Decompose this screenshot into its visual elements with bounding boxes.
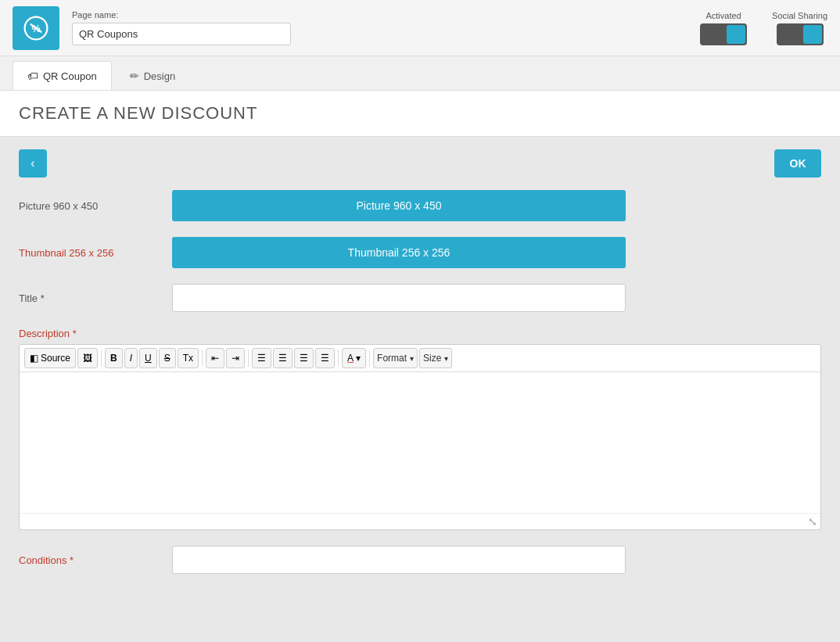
- header: % Page name: Activated Social Sharing: [0, 0, 840, 56]
- page-name-section: Page name:: [72, 10, 291, 45]
- editor-body[interactable]: [20, 372, 820, 513]
- strikethrough-button[interactable]: S: [159, 348, 176, 368]
- title-label: Title *: [19, 292, 160, 304]
- activated-toggle-group: Activated: [700, 11, 747, 45]
- italic-button[interactable]: I: [124, 348, 138, 368]
- title-input[interactable]: [172, 284, 626, 312]
- font-color-button[interactable]: A ▾: [342, 348, 366, 368]
- editor-container: ◧ Source 🖼 B I U: [19, 344, 821, 530]
- qr-coupon-icon: 🏷: [27, 70, 38, 82]
- social-sharing-label: Social Sharing: [772, 11, 827, 20]
- align-center-icon: ☰: [278, 353, 287, 364]
- bold-button[interactable]: B: [105, 348, 123, 368]
- underline-button[interactable]: U: [139, 348, 157, 368]
- social-sharing-toggle-group: Social Sharing: [772, 11, 827, 45]
- title-row: Title *: [19, 284, 821, 312]
- align-center-button[interactable]: ☰: [273, 348, 293, 368]
- social-sharing-thumb: [803, 25, 822, 44]
- picture-row: Picture 960 x 450 Picture 960 x 450: [19, 190, 821, 221]
- page-name-input[interactable]: [72, 23, 291, 45]
- editor-toolbar: ◧ Source 🖼 B I U: [20, 345, 820, 372]
- header-toggles: Activated Social Sharing: [700, 11, 827, 45]
- remove-format-button[interactable]: Tx: [178, 348, 199, 368]
- back-button[interactable]: ‹: [19, 149, 47, 178]
- indent-icon: ⇥: [232, 353, 239, 364]
- description-label: Description *: [19, 328, 160, 339]
- page-title-bar: CREATE A NEW DISCOUNT: [0, 91, 840, 137]
- picture-label: Picture 960 x 450: [19, 200, 160, 212]
- thumbnail-label: Thumbnail 256 x 256: [19, 247, 160, 259]
- tabs-bar: 🏷 QR Coupon ✏ Design: [0, 56, 840, 91]
- format-select[interactable]: Format ▾: [373, 348, 418, 368]
- sep-5: [369, 350, 370, 367]
- font-color-dropdown-icon: ▾: [356, 353, 361, 364]
- activated-toggle[interactable]: [700, 23, 747, 45]
- strikethrough-label: S: [164, 353, 171, 364]
- size-dropdown-icon: ▾: [444, 354, 448, 363]
- thumbnail-upload-button[interactable]: Thumbnail 256 x 256: [172, 237, 626, 268]
- conditions-label: Conditions *: [19, 554, 160, 566]
- editor-resize: ⤡: [20, 513, 820, 529]
- ok-button[interactable]: OK: [774, 149, 821, 178]
- source-label: Source: [41, 353, 70, 364]
- align-justify-button[interactable]: ☰: [315, 348, 335, 368]
- align-left-button[interactable]: ☰: [252, 348, 271, 368]
- underline-label: U: [145, 353, 152, 364]
- conditions-input[interactable]: [172, 546, 626, 574]
- source-button[interactable]: ◧ Source: [24, 348, 76, 368]
- social-sharing-toggle[interactable]: [777, 23, 824, 45]
- activated-label: Activated: [705, 11, 741, 20]
- align-justify-icon: ☰: [321, 353, 329, 364]
- outdent-icon: ⇤: [211, 353, 219, 364]
- outdent-button[interactable]: ⇤: [206, 348, 224, 368]
- page-name-label: Page name:: [72, 10, 291, 20]
- bold-label: B: [110, 353, 117, 364]
- remove-format-label: Tx: [183, 353, 193, 364]
- image-icon: 🖼: [83, 353, 92, 364]
- italic-label: I: [130, 353, 132, 364]
- align-right-button[interactable]: ☰: [294, 348, 314, 368]
- tab-qr-coupon-label: QR Coupon: [43, 70, 97, 82]
- align-right-icon: ☰: [300, 353, 308, 364]
- conditions-row: Conditions *: [19, 546, 821, 574]
- form-area: ‹ OK Picture 960 x 450 Picture 960 x 450…: [0, 137, 840, 586]
- sep-2: [202, 350, 203, 367]
- tab-design[interactable]: ✏ Design: [115, 61, 190, 90]
- sep-4: [338, 350, 339, 367]
- main-content: CREATE A NEW DISCOUNT ‹ OK Picture 960 x…: [0, 91, 840, 586]
- page-title: CREATE A NEW DISCOUNT: [19, 103, 821, 124]
- sep-1: [101, 350, 102, 367]
- align-left-icon: ☰: [257, 353, 266, 364]
- font-color-label: A: [347, 353, 354, 364]
- source-icon: ◧: [30, 353, 38, 364]
- thumbnail-row: Thumbnail 256 x 256 Thumbnail 256 x 256: [19, 237, 821, 268]
- sep-3: [248, 350, 249, 367]
- indent-button[interactable]: ⇥: [226, 348, 245, 368]
- nav-buttons: ‹ OK: [19, 149, 821, 178]
- resize-handle-icon[interactable]: ⤡: [808, 515, 817, 528]
- tab-qr-coupon[interactable]: 🏷 QR Coupon: [13, 61, 112, 90]
- tab-design-label: Design: [144, 70, 175, 82]
- size-select[interactable]: Size ▾: [419, 348, 452, 368]
- size-label: Size: [423, 353, 441, 364]
- format-label: Format: [377, 353, 407, 364]
- design-icon: ✏: [130, 70, 139, 82]
- description-section: Description * ◧ Source 🖼 B: [19, 328, 821, 530]
- activated-thumb: [727, 25, 745, 44]
- logo: %: [13, 6, 59, 50]
- image-button[interactable]: 🖼: [77, 348, 98, 368]
- format-dropdown-icon: ▾: [410, 354, 414, 363]
- picture-upload-button[interactable]: Picture 960 x 450: [172, 190, 626, 221]
